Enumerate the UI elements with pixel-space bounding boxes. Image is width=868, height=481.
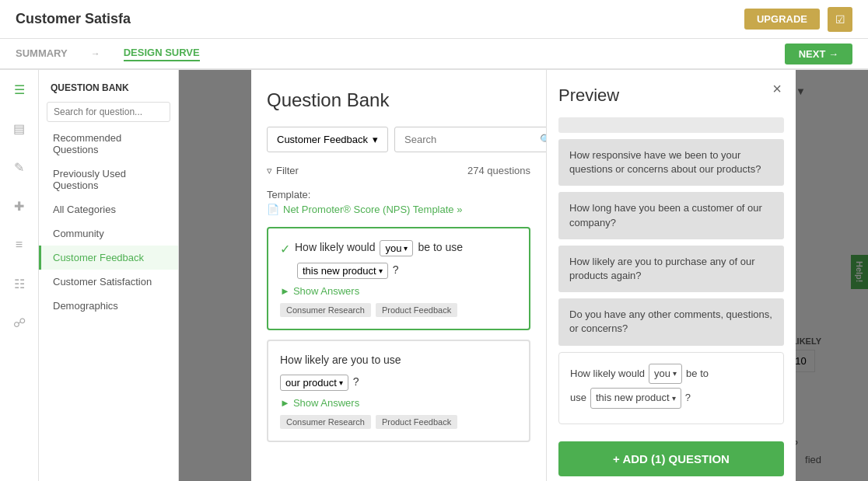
check-icon-1: ✓: [280, 242, 290, 256]
sidebar-item-customer-satisfaction[interactable]: Customer Satisfaction: [39, 270, 178, 294]
sidebar-item-community[interactable]: Community: [39, 221, 178, 246]
tag-consumer-research-2: Consumer Research: [280, 415, 371, 429]
questions-count: 274 questions: [467, 165, 530, 176]
preview-highlighted-question: How likely would you ▾ be to use this ne…: [558, 352, 784, 425]
app-header: Customer Satisfa UPGRADE ☑: [0, 0, 868, 39]
sidebar-item-all-categories[interactable]: All Categories: [39, 197, 178, 221]
sidebar-icon-plus[interactable]: ✚: [8, 194, 31, 218]
tags-row-1: Consumer Research Product Feedback: [280, 303, 517, 317]
category-label: Customer Feedback: [277, 134, 368, 145]
tag-product-feedback-2: Product Feedback: [376, 415, 457, 429]
show-answers-btn-1[interactable]: ► Show Answers: [280, 285, 517, 297]
sidebar-icon-form[interactable]: ☰: [8, 78, 31, 101]
tags-row-2: Consumer Research Product Feedback: [280, 415, 517, 429]
filter-label[interactable]: ▿ Filter: [267, 165, 299, 176]
modal-close-button[interactable]: ×: [766, 78, 788, 99]
app-nav: SUMMARY → DESIGN SURVE NEXT →: [0, 39, 868, 70]
next-button[interactable]: NEXT →: [785, 44, 852, 64]
sidebar-item-demographics[interactable]: Demographics: [39, 294, 178, 318]
q1-text-part2: be to use: [418, 240, 463, 256]
q1-text-part1: How likely would: [295, 240, 375, 256]
preview-q-dropdown-product[interactable]: this new product ▾: [590, 388, 681, 409]
app-background: Customer Satisfa UPGRADE ☑ SUMMARY → DES…: [0, 0, 868, 481]
sidebar-item-previously-used[interactable]: Previously Used Questions: [39, 162, 178, 197]
sidebar-search-input[interactable]: [47, 102, 170, 122]
category-select[interactable]: Customer Feedback ▾: [267, 127, 388, 152]
template-doc-icon: 📄: [267, 204, 279, 215]
template-label: Template:: [267, 189, 530, 200]
show-answers-label-2: Show Answers: [293, 397, 359, 409]
preview-q-text3: use: [570, 390, 586, 406]
filter-row: ▿ Filter 274 questions: [267, 162, 530, 180]
nav-arrow: →: [91, 48, 100, 59]
header-right: UPGRADE ☑: [744, 7, 852, 32]
q1-text-part3: ?: [393, 263, 399, 278]
preview-q3: How likely are you to purchase any of ou…: [558, 246, 784, 292]
category-chevron-icon: ▾: [373, 134, 378, 145]
tab-summary[interactable]: SUMMARY: [16, 47, 68, 61]
app-title: Customer Satisfa: [16, 11, 131, 27]
question-text-row-2: How likely are you to use: [280, 353, 517, 368]
sidebar-item-customer-feedback[interactable]: Customer Feedback: [39, 246, 178, 270]
q2-text-part1: How likely are you to use: [280, 353, 401, 368]
template-link-text: Net Promoter® Score (NPS) Template »: [283, 204, 462, 215]
question-text-row-1b: this new product ▾ ?: [280, 263, 517, 279]
tag-consumer-research-1: Consumer Research: [280, 303, 371, 317]
search-icon: 🔍: [540, 134, 547, 145]
q1-dropdown-product[interactable]: this new product ▾: [297, 263, 388, 279]
preview-q-line2: use this new product ▾ ?: [570, 388, 772, 409]
filter-text: Filter: [276, 165, 299, 176]
preview-q-text2: be to: [686, 366, 709, 382]
q2-dropdown-product[interactable]: our product ▾: [280, 375, 348, 391]
show-answers-btn-2[interactable]: ► Show Answers: [280, 397, 517, 409]
preview-q-dropdown-you[interactable]: you ▾: [649, 364, 682, 385]
app-main: Logic ▼ More Actions ▼ a friend or EXTRE…: [179, 70, 868, 481]
preview-q4: Do you have any other comments, question…: [558, 298, 784, 345]
template-row: Template: 📄 Net Promoter® Score (NPS) Te…: [267, 189, 530, 215]
search-row: Customer Feedback ▾ 🔍: [267, 127, 530, 152]
sidebar-item-recommended[interactable]: Recommended Questions: [39, 126, 178, 162]
preview-title: Preview: [558, 85, 784, 106]
search-box: 🔍: [394, 127, 547, 152]
preview-q2: How long have you been a customer of our…: [558, 192, 784, 239]
header-icon-button[interactable]: ☑: [828, 7, 852, 32]
question-card-1[interactable]: ✓ How likely would you ▾ be to use this …: [267, 227, 530, 330]
q1-dropdown-you[interactable]: you ▾: [380, 240, 413, 256]
filter-icon: ▿: [267, 165, 272, 176]
sidebar-icon-sliders[interactable]: ≡: [8, 233, 31, 256]
show-answers-label-1: Show Answers: [293, 285, 359, 297]
modal: × Question Bank Customer Feedback ▾: [251, 70, 796, 481]
preview-q-text1: How likely would: [570, 366, 645, 382]
sidebar-icon-edit[interactable]: ✎: [8, 155, 31, 179]
sidebar-icons: ☰ ▤ ✎ ✚ ≡ ☷ ☍: [0, 70, 39, 481]
upgrade-button[interactable]: UPGRADE: [744, 9, 820, 30]
app-body: ☰ ▤ ✎ ✚ ≡ ☷ ☍ QUESTION BANK Recommended …: [0, 70, 868, 481]
preview-q1: How responsive have we been to your ques…: [558, 139, 784, 186]
preview-q-text4: ?: [685, 390, 691, 406]
sidebar-search: [39, 98, 178, 126]
template-link[interactable]: 📄 Net Promoter® Score (NPS) Template »: [267, 204, 530, 215]
modal-overlay: × Question Bank Customer Feedback ▾: [179, 70, 868, 481]
sidebar-icon-chart[interactable]: ▤: [8, 117, 31, 140]
sidebar-icon-table[interactable]: ☷: [8, 272, 31, 295]
preview-q-line1: How likely would you ▾ be to: [570, 364, 772, 385]
search-input[interactable]: [404, 134, 535, 145]
add-question-button[interactable]: + ADD (1) QUESTION: [558, 441, 784, 476]
header-icon: ☑: [835, 13, 845, 26]
tag-product-feedback-1: Product Feedback: [376, 303, 457, 317]
show-answers-arrow-icon-1: ►: [280, 285, 290, 297]
sidebar-list: QUESTION BANK Recommended Questions Prev…: [39, 70, 179, 481]
preview-partial-top: [558, 117, 784, 133]
question-bank-panel: Question Bank Customer Feedback ▾ 🔍: [251, 70, 547, 481]
question-text-row-1: ✓ How likely would you ▾ be to use: [280, 240, 517, 256]
sidebar-icon-tag[interactable]: ☍: [8, 311, 31, 334]
question-card-2[interactable]: How likely are you to use our product ▾ …: [267, 340, 530, 442]
show-answers-arrow-icon-2: ►: [280, 397, 290, 409]
q2-text-part2: ?: [353, 375, 359, 390]
tab-design-survey[interactable]: DESIGN SURVE: [124, 47, 200, 61]
preview-panel: Preview How responsive have we been to y…: [547, 70, 796, 481]
qb-title: Question Bank: [267, 89, 530, 111]
sidebar-list-header: QUESTION BANK: [39, 78, 178, 98]
question-text-row-2b: our product ▾ ?: [280, 375, 517, 391]
